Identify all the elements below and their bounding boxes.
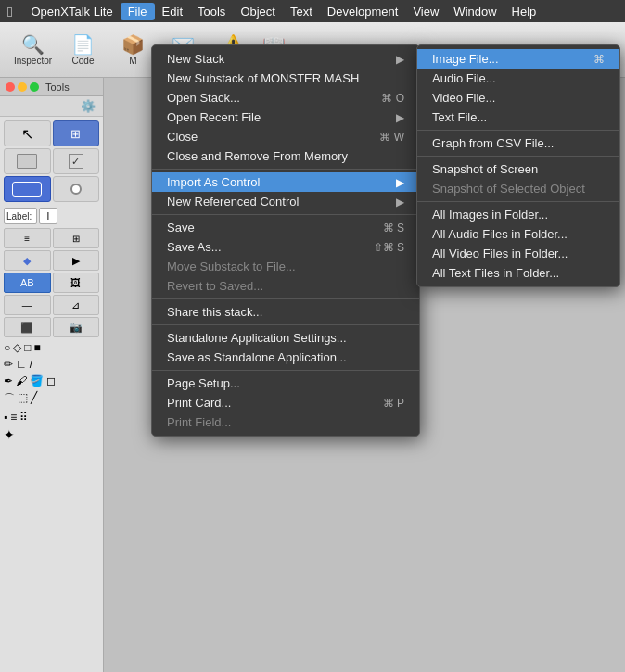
menubar-text[interactable]: Text: [283, 3, 320, 20]
tool-slider1[interactable]: —: [4, 295, 51, 315]
menubar:  OpenXTalk Lite File Edit Tools Object …: [0, 0, 625, 22]
shape-rect[interactable]: □: [24, 341, 31, 354]
new-stack-arrow: ▶: [396, 53, 404, 66]
draw-angle[interactable]: ∟: [16, 358, 27, 371]
menu-save-standalone[interactable]: Save as Standalone Application...: [152, 348, 419, 367]
star-row: ✦: [0, 425, 103, 444]
menubar-file[interactable]: File: [121, 3, 155, 20]
toolbar-m-btn[interactable]: 📦 M: [112, 33, 154, 66]
toolbar-inspector-btn[interactable]: 🔍 Inspector: [7, 33, 58, 66]
tool-arrow[interactable]: ↖: [4, 120, 51, 146]
submenu-all-images[interactable]: All Images in Folder...: [417, 205, 619, 224]
import-arrow: ▶: [396, 176, 404, 189]
menu-standalone-settings[interactable]: Standalone Application Settings...: [152, 328, 419, 348]
shape-square[interactable]: ■: [34, 341, 41, 354]
paint-brush[interactable]: 🖌: [16, 374, 27, 387]
spray-tool[interactable]: ⠿: [19, 411, 28, 424]
paint-eraser[interactable]: ◻: [46, 374, 56, 387]
menu-new-stack[interactable]: New Stack ▶: [152, 49, 419, 69]
inspector-icon: 🔍: [21, 33, 45, 56]
submenu-all-audio[interactable]: All Audio Files in Folder...: [417, 224, 619, 244]
tools-grid: ↖ ⊞ ✓: [0, 117, 103, 206]
tool-pointer-active[interactable]: ⊞: [53, 120, 100, 146]
submenu-all-text[interactable]: All Text Files in Folder...: [417, 263, 619, 283]
file-menu-dropdown: New Stack ▶ New Substack of MONSTER MASH…: [151, 44, 420, 437]
submenu-text-file[interactable]: Text File...: [417, 108, 619, 127]
submenu-video-file[interactable]: Video File...: [417, 88, 619, 108]
select-tools: ⌒ ⬚ ╱: [0, 389, 103, 409]
tool-button-blue[interactable]: [4, 176, 51, 202]
submenu-graph-csv[interactable]: Graph from CSV File...: [417, 133, 619, 153]
max-traffic-light[interactable]: [30, 82, 39, 92]
menu-close[interactable]: Close ⌘ W: [152, 127, 419, 146]
menu-page-setup[interactable]: Page Setup...: [152, 374, 419, 393]
tool-active1[interactable]: AB: [4, 273, 51, 293]
tool-img[interactable]: 🖼: [53, 273, 100, 293]
menubar-development[interactable]: Development: [320, 3, 406, 20]
menubar-edit[interactable]: Edit: [155, 3, 190, 20]
menubar-tools[interactable]: Tools: [190, 3, 233, 20]
toolbar-divider: [108, 33, 108, 67]
draw-tools: ✏ ∟ /: [0, 356, 103, 373]
shape-tools: ○ ◇ □ ■: [0, 339, 103, 356]
menu-close-remove[interactable]: Close and Remove From Memory: [152, 146, 419, 166]
justify-tool[interactable]: ≡: [10, 411, 17, 424]
menu-new-referenced[interactable]: New Referenced Control ▶: [152, 192, 419, 211]
paint-pencil[interactable]: ✒: [4, 374, 13, 387]
menu-print-card[interactable]: Print Card... ⌘ P: [152, 393, 419, 412]
open-recent-arrow: ▶: [396, 111, 404, 124]
tools-row3: ◆ ▶: [0, 250, 103, 271]
tools-panel: Tools ⚙️ ↖ ⊞ ✓ Label: I: [0, 78, 104, 672]
menu-new-substack[interactable]: New Substack of MONSTER MASH: [152, 69, 419, 88]
line-tool[interactable]: ╱: [31, 391, 37, 407]
star-tool[interactable]: ✦: [4, 427, 15, 442]
menubar-window[interactable]: Window: [446, 3, 504, 20]
menubar-openxtalk[interactable]: OpenXTalk Lite: [23, 3, 120, 20]
marquee-tool[interactable]: ⬚: [18, 391, 28, 407]
close-traffic-light[interactable]: [6, 82, 15, 92]
submenu-image-file[interactable]: Image File... ⌘: [417, 49, 619, 69]
import-submenu: Image File... ⌘ Audio File... Video File…: [416, 44, 620, 287]
menu-save[interactable]: Save ⌘ S: [152, 218, 419, 237]
tool-camera[interactable]: 📷: [53, 317, 100, 337]
menubar-object[interactable]: Object: [233, 3, 283, 20]
menu-open-recent[interactable]: Open Recent File ▶: [152, 108, 419, 127]
shape-diamond[interactable]: ◇: [13, 341, 21, 354]
lasso-tool[interactable]: ⌒: [4, 391, 15, 407]
menu-open-stack[interactable]: Open Stack... ⌘ O: [152, 88, 419, 108]
toolbar-code-btn[interactable]: 📄 Code: [62, 33, 104, 66]
tool-check[interactable]: ✓: [53, 148, 100, 174]
draw-line[interactable]: /: [30, 358, 32, 371]
tool-arrow2[interactable]: ⊿: [53, 295, 100, 315]
menu-share[interactable]: Share this stack...: [152, 302, 419, 322]
label-field[interactable]: Label:: [4, 208, 37, 224]
shape-circle[interactable]: ○: [4, 341, 10, 354]
submenu-all-video[interactable]: All Video Files in Folder...: [417, 244, 619, 263]
tool-color1[interactable]: ◆: [4, 250, 51, 271]
min-traffic-light[interactable]: [18, 82, 27, 92]
gear-icon[interactable]: ⚙️: [81, 99, 96, 113]
tools-row6: ⬛ 📷: [0, 317, 103, 337]
submenu-audio-file[interactable]: Audio File...: [417, 69, 619, 88]
submenu-snapshot-screen[interactable]: Snapshot of Screen: [417, 159, 619, 179]
menubar-help[interactable]: Help: [504, 3, 544, 20]
menu-import-as-control[interactable]: Import As Control ▶: [152, 172, 419, 192]
fill-tool[interactable]: ▪: [4, 411, 7, 424]
menubar-view[interactable]: View: [405, 3, 446, 20]
tool-rect[interactable]: [4, 148, 51, 174]
menu-save-as[interactable]: Save As... ⇧⌘ S: [152, 237, 419, 257]
tool-color2[interactable]: ▶: [53, 250, 100, 271]
tool-list2[interactable]: ⊞: [53, 228, 100, 248]
tools-row5: — ⊿: [0, 295, 103, 315]
submenu-sep-3: [417, 201, 619, 202]
menu-sep-4: [152, 324, 419, 325]
apple-menu[interactable]: : [7, 4, 12, 19]
draw-pen[interactable]: ✏: [4, 358, 13, 371]
label-size-field[interactable]: I: [39, 208, 57, 224]
tool-progress[interactable]: ⬛: [4, 317, 51, 337]
paint-bucket[interactable]: 🪣: [30, 374, 44, 387]
tool-radio[interactable]: [53, 176, 100, 202]
tools-row4: AB 🖼: [0, 273, 103, 293]
tools-window-title: Tools: [45, 82, 70, 93]
tool-list1[interactable]: ≡: [4, 228, 51, 248]
